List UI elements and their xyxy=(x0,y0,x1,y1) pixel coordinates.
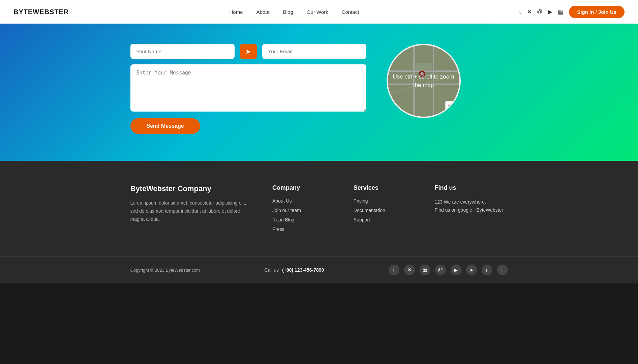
footer-brand: ByteWebster Company Lorem ipsum dolor si… xyxy=(130,184,252,223)
footer-read-blog[interactable]: Read Blog xyxy=(272,217,333,222)
footer-telegram-icon[interactable]: ➤ xyxy=(466,265,477,275)
footer-bottom: Copyright © 2023 ByteWebster.com Call us… xyxy=(117,256,521,283)
footer-pricing[interactable]: Pricing xyxy=(354,198,415,204)
nav-our-work[interactable]: Our Work xyxy=(307,9,328,15)
footer-brand-desc: Lorem ipsum dolor sit amet, consectetur … xyxy=(130,199,252,223)
footer-address-line1: 123 We are everywhere, xyxy=(435,199,486,205)
map-area: Use ctrl + scroll to zoom the map + Goog… xyxy=(387,44,467,134)
footer-documentation[interactable]: Documentation xyxy=(354,208,415,213)
footer-brand-title: ByteWebster Company xyxy=(130,184,252,193)
call-label: Call us xyxy=(264,267,279,273)
footer-company-col: Company About Us Join our team Read Blog… xyxy=(272,184,333,236)
contact-section: ➤ Send Message xyxy=(0,24,638,161)
footer-address-line2: Find us on google - ByteWebster xyxy=(435,207,504,213)
name-input[interactable] xyxy=(130,44,235,59)
footer-reddit-icon[interactable]: r xyxy=(482,265,492,275)
main-nav: Home About Blog Our Work Contact xyxy=(229,9,359,15)
form-top-row: ➤ xyxy=(130,44,366,59)
threads-icon[interactable]: @ xyxy=(537,9,542,15)
map-circle: Use ctrl + scroll to zoom the map + Goog… xyxy=(387,44,461,118)
footer-company-title: Company xyxy=(272,184,333,191)
map-zoom-plus-button[interactable]: + xyxy=(445,101,455,111)
footer-join-team[interactable]: Join our team xyxy=(272,208,333,213)
call-number: (+00) 123-456-7890 xyxy=(282,267,324,273)
footer-find-title: Find us xyxy=(435,184,508,191)
footer-social-icons: f ✕ ▦ @ ▶ ➤ r 📞 xyxy=(389,265,508,275)
email-input[interactable] xyxy=(262,44,366,59)
facebook-icon[interactable]:  xyxy=(519,8,522,16)
footer-support[interactable]: Support xyxy=(354,217,415,222)
footer-services-col: Services Pricing Documentation Support xyxy=(354,184,415,226)
footer-call: Call us (+00) 123-456-7890 xyxy=(264,267,324,273)
footer-find-col: Find us 123 We are everywhere, Find us o… xyxy=(435,184,508,214)
footer-copyright: Copyright © 2023 ByteWebster.com xyxy=(130,268,200,273)
footer-x-twitter-icon[interactable]: ✕ xyxy=(404,265,415,275)
signin-button[interactable]: Sign in / Join Us xyxy=(569,6,625,18)
send-message-button[interactable]: Send Message xyxy=(130,118,200,134)
header-social-icons:  ✕ @ ▶ ▦ xyxy=(519,8,564,16)
footer-about-us[interactable]: About Us xyxy=(272,198,333,204)
x-twitter-icon[interactable]: ✕ xyxy=(527,9,531,15)
footer-threads-icon[interactable]: @ xyxy=(435,265,446,275)
footer-instagram-icon[interactable]: ▦ xyxy=(420,265,430,275)
header: BYTEWEBSTER Home About Blog Our Work Con… xyxy=(0,0,638,24)
footer-press[interactable]: Press xyxy=(272,226,333,232)
instagram-icon[interactable]: ▦ xyxy=(558,8,564,16)
footer-youtube-icon[interactable]: ▶ xyxy=(451,265,461,275)
footer-address: 123 We are everywhere, Find us on google… xyxy=(435,198,508,214)
nav-blog[interactable]: Blog xyxy=(283,9,293,15)
footer-inner: ByteWebster Company Lorem ipsum dolor si… xyxy=(117,184,521,236)
footer-facebook-icon[interactable]: f xyxy=(389,265,399,275)
nav-home[interactable]: Home xyxy=(229,9,243,15)
message-input[interactable] xyxy=(130,64,366,112)
footer-services-title: Services xyxy=(354,184,415,191)
nav-about[interactable]: About xyxy=(256,9,270,15)
arrow-submit-icon[interactable]: ➤ xyxy=(240,44,257,59)
contact-form: ➤ Send Message xyxy=(130,44,366,134)
google-logo: Google xyxy=(391,111,403,115)
map-zoom-text: Use ctrl + scroll to zoom the map xyxy=(388,69,459,93)
youtube-icon[interactable]: ▶ xyxy=(548,8,552,16)
nav-contact[interactable]: Contact xyxy=(342,9,359,15)
footer: ByteWebster Company Lorem ipsum dolor si… xyxy=(0,161,638,283)
logo: BYTEWEBSTER xyxy=(13,8,69,16)
footer-whatsapp-icon[interactable]: 📞 xyxy=(497,265,508,275)
